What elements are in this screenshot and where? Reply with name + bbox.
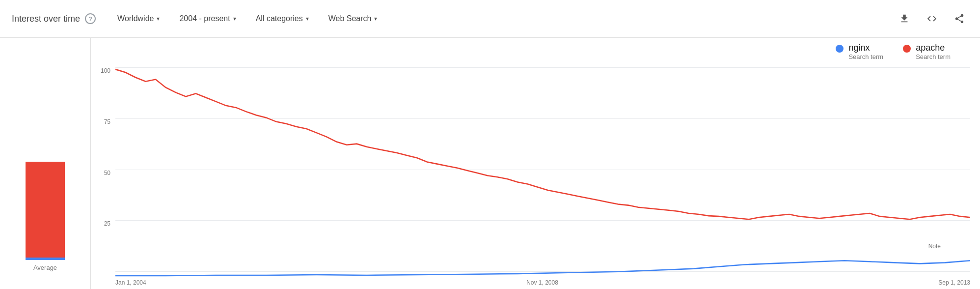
x-label-2008: Nov 1, 2008 [526, 279, 558, 286]
avg-bar-wrapper [26, 122, 65, 260]
search-type-chevron-icon: ▾ [374, 15, 377, 22]
chart-container: Average nginx Search term apache Search … [0, 38, 980, 289]
search-type-dropdown[interactable]: Web Search ▾ [323, 10, 383, 27]
nginx-legend-sub: Search term [848, 53, 883, 60]
apache-legend-name: apache [916, 43, 951, 53]
share-button[interactable] [951, 10, 968, 28]
page-title: Interest over time [12, 14, 80, 24]
toolbar: Interest over time ? Worldwide ▾ 2004 - … [0, 0, 980, 38]
categories-label: All categories [256, 14, 303, 23]
apache-line [115, 69, 970, 219]
legend-item-apache: apache Search term [903, 43, 951, 60]
main-chart: nginx Search term apache Search term 100… [91, 38, 980, 289]
region-label: Worldwide [117, 14, 154, 23]
region-dropdown[interactable]: Worldwide ▾ [111, 10, 165, 27]
embed-button[interactable] [923, 10, 941, 28]
average-sidebar: Average [0, 38, 91, 289]
apache-dot [903, 45, 911, 53]
apache-legend-sub: Search term [916, 53, 951, 60]
search-type-label: Web Search [328, 14, 372, 23]
y-label-50: 50 [104, 170, 110, 176]
time-dropdown[interactable]: 2004 - present ▾ [173, 10, 242, 27]
nginx-line [115, 260, 970, 276]
time-chevron-icon: ▾ [233, 15, 236, 22]
categories-chevron-icon: ▾ [306, 15, 309, 22]
nginx-dot [836, 45, 844, 53]
toolbar-actions [896, 10, 968, 28]
x-label-2013: Sep 1, 2013 [938, 279, 970, 286]
legend-item-nginx: nginx Search term [836, 43, 883, 60]
y-axis: 100 75 50 25 [91, 67, 113, 271]
avg-bar-apache [26, 162, 65, 260]
chart-legend: nginx Search term apache Search term [836, 43, 951, 60]
avg-label: Average [33, 264, 57, 271]
download-button[interactable] [896, 10, 913, 28]
chart-svg [115, 67, 970, 279]
region-chevron-icon: ▾ [157, 15, 160, 22]
categories-dropdown[interactable]: All categories ▾ [250, 10, 315, 27]
y-label-100: 100 [101, 67, 110, 74]
x-label-2004: Jan 1, 2004 [115, 279, 146, 286]
avg-bar-nginx [26, 258, 65, 260]
nginx-legend-name: nginx [848, 43, 883, 53]
note-label: Note [928, 243, 941, 250]
y-label-25: 25 [104, 220, 110, 227]
time-label: 2004 - present [179, 14, 230, 23]
help-icon[interactable]: ? [85, 13, 96, 24]
y-label-75: 75 [104, 118, 110, 125]
x-axis: Jan 1, 2004 Nov 1, 2008 Sep 1, 2013 [115, 279, 970, 286]
